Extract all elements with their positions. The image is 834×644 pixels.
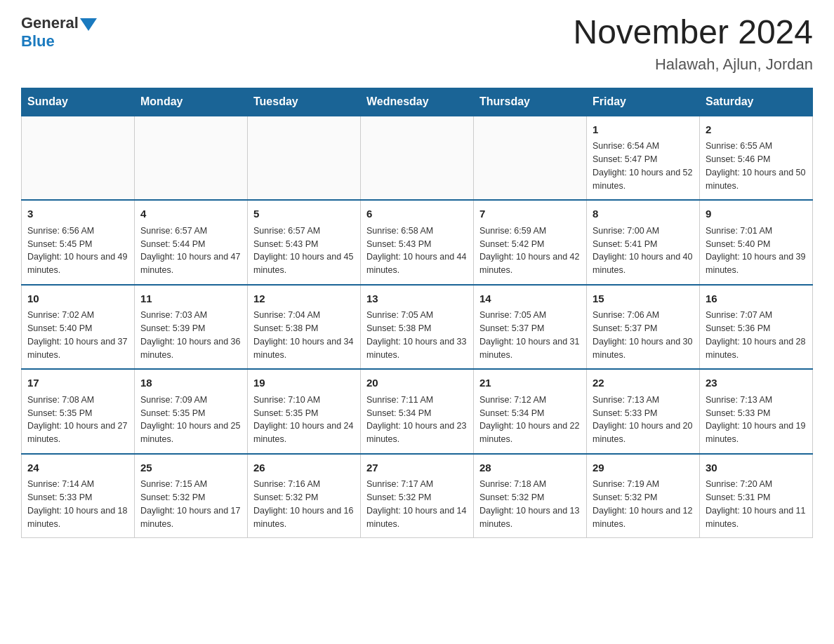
- location-subtitle: Halawah, Ajlun, Jordan: [573, 55, 813, 74]
- day-info: Sunrise: 7:12 AMSunset: 5:34 PMDaylight:…: [479, 394, 581, 446]
- day-number: 15: [593, 291, 694, 307]
- day-info: Sunrise: 7:14 AMSunset: 5:33 PMDaylight:…: [27, 478, 128, 530]
- calendar-week-row: 24Sunrise: 7:14 AMSunset: 5:33 PMDayligh…: [22, 454, 813, 538]
- calendar-cell: 1Sunrise: 6:54 AMSunset: 5:47 PMDaylight…: [587, 116, 700, 201]
- logo-general-line: General: [21, 14, 97, 32]
- day-number: 27: [366, 460, 468, 476]
- day-number: 9: [706, 206, 807, 222]
- calendar-cell: 30Sunrise: 7:20 AMSunset: 5:31 PMDayligh…: [700, 454, 813, 538]
- day-info: Sunrise: 7:20 AMSunset: 5:31 PMDaylight:…: [706, 478, 807, 530]
- day-number: 13: [366, 291, 468, 307]
- day-number: 25: [140, 460, 241, 476]
- day-number: 22: [593, 375, 694, 391]
- title-block: November 2024 Halawah, Ajlun, Jordan: [573, 14, 813, 74]
- logo-arrow-icon: [80, 18, 97, 31]
- calendar-cell: 12Sunrise: 7:04 AMSunset: 5:38 PMDayligh…: [248, 285, 361, 370]
- day-info: Sunrise: 7:00 AMSunset: 5:41 PMDaylight:…: [593, 224, 694, 277]
- day-number: 17: [27, 375, 128, 391]
- day-number: 23: [706, 375, 807, 391]
- calendar-cell: 14Sunrise: 7:05 AMSunset: 5:37 PMDayligh…: [474, 285, 587, 370]
- calendar-cell: [248, 116, 361, 201]
- day-info: Sunrise: 7:04 AMSunset: 5:38 PMDaylight:…: [253, 309, 355, 361]
- calendar-day-header: Thursday: [474, 88, 587, 116]
- day-info: Sunrise: 6:56 AMSunset: 5:45 PMDaylight:…: [27, 224, 128, 277]
- day-info: Sunrise: 6:57 AMSunset: 5:43 PMDaylight:…: [253, 224, 355, 277]
- logo-blue-text: Blue: [21, 32, 97, 51]
- day-info: Sunrise: 7:03 AMSunset: 5:39 PMDaylight:…: [140, 309, 241, 361]
- calendar-cell: 3Sunrise: 6:56 AMSunset: 5:45 PMDaylight…: [22, 200, 135, 285]
- day-number: 11: [140, 291, 241, 307]
- day-number: 6: [366, 206, 468, 222]
- calendar-cell: 17Sunrise: 7:08 AMSunset: 5:35 PMDayligh…: [22, 369, 135, 454]
- day-number: 7: [479, 206, 581, 222]
- calendar-cell: 13Sunrise: 7:05 AMSunset: 5:38 PMDayligh…: [361, 285, 474, 370]
- day-info: Sunrise: 7:17 AMSunset: 5:32 PMDaylight:…: [366, 478, 468, 530]
- day-number: 30: [706, 460, 807, 476]
- calendar-cell: 26Sunrise: 7:16 AMSunset: 5:32 PMDayligh…: [248, 454, 361, 538]
- calendar-cell: 2Sunrise: 6:55 AMSunset: 5:46 PMDaylight…: [700, 116, 813, 201]
- day-number: 2: [706, 122, 807, 138]
- day-info: Sunrise: 7:15 AMSunset: 5:32 PMDaylight:…: [140, 478, 241, 530]
- day-info: Sunrise: 7:05 AMSunset: 5:38 PMDaylight:…: [366, 309, 468, 361]
- day-info: Sunrise: 6:59 AMSunset: 5:42 PMDaylight:…: [479, 224, 581, 277]
- day-number: 28: [479, 460, 581, 476]
- calendar-cell: 9Sunrise: 7:01 AMSunset: 5:40 PMDaylight…: [700, 200, 813, 285]
- day-number: 16: [706, 291, 807, 307]
- calendar-cell: 29Sunrise: 7:19 AMSunset: 5:32 PMDayligh…: [587, 454, 700, 538]
- calendar-cell: [135, 116, 248, 201]
- calendar-day-header: Monday: [135, 88, 248, 116]
- calendar-cell: 21Sunrise: 7:12 AMSunset: 5:34 PMDayligh…: [474, 369, 587, 454]
- calendar-cell: [22, 116, 135, 201]
- day-number: 1: [593, 122, 694, 138]
- day-info: Sunrise: 7:07 AMSunset: 5:36 PMDaylight:…: [706, 309, 807, 361]
- day-number: 20: [366, 375, 468, 391]
- day-info: Sunrise: 7:01 AMSunset: 5:40 PMDaylight:…: [706, 224, 807, 277]
- day-info: Sunrise: 7:16 AMSunset: 5:32 PMDaylight:…: [253, 478, 355, 530]
- calendar-day-header: Saturday: [700, 88, 813, 116]
- day-number: 29: [593, 460, 694, 476]
- day-info: Sunrise: 7:18 AMSunset: 5:32 PMDaylight:…: [479, 478, 581, 530]
- calendar-day-header: Sunday: [22, 88, 135, 116]
- day-info: Sunrise: 7:05 AMSunset: 5:37 PMDaylight:…: [479, 309, 581, 361]
- calendar-cell: 25Sunrise: 7:15 AMSunset: 5:32 PMDayligh…: [135, 454, 248, 538]
- calendar-cell: 27Sunrise: 7:17 AMSunset: 5:32 PMDayligh…: [361, 454, 474, 538]
- day-info: Sunrise: 6:55 AMSunset: 5:46 PMDaylight:…: [706, 140, 807, 192]
- calendar-cell: 20Sunrise: 7:11 AMSunset: 5:34 PMDayligh…: [361, 369, 474, 454]
- day-number: 8: [593, 206, 694, 222]
- calendar-cell: 8Sunrise: 7:00 AMSunset: 5:41 PMDaylight…: [587, 200, 700, 285]
- day-number: 14: [479, 291, 581, 307]
- day-info: Sunrise: 7:06 AMSunset: 5:37 PMDaylight:…: [593, 309, 694, 361]
- calendar-cell: 10Sunrise: 7:02 AMSunset: 5:40 PMDayligh…: [22, 285, 135, 370]
- calendar-cell: 7Sunrise: 6:59 AMSunset: 5:42 PMDaylight…: [474, 200, 587, 285]
- day-info: Sunrise: 7:19 AMSunset: 5:32 PMDaylight:…: [593, 478, 694, 530]
- day-info: Sunrise: 6:58 AMSunset: 5:43 PMDaylight:…: [366, 224, 468, 277]
- calendar-cell: 19Sunrise: 7:10 AMSunset: 5:35 PMDayligh…: [248, 369, 361, 454]
- calendar-week-row: 3Sunrise: 6:56 AMSunset: 5:45 PMDaylight…: [22, 200, 813, 285]
- calendar-day-header: Wednesday: [361, 88, 474, 116]
- calendar-cell: 28Sunrise: 7:18 AMSunset: 5:32 PMDayligh…: [474, 454, 587, 538]
- calendar-header-row: SundayMondayTuesdayWednesdayThursdayFrid…: [22, 88, 813, 116]
- day-info: Sunrise: 6:57 AMSunset: 5:44 PMDaylight:…: [140, 224, 241, 277]
- day-info: Sunrise: 6:54 AMSunset: 5:47 PMDaylight:…: [593, 140, 694, 192]
- day-info: Sunrise: 7:02 AMSunset: 5:40 PMDaylight:…: [27, 309, 128, 361]
- day-number: 26: [253, 460, 355, 476]
- calendar-cell: 18Sunrise: 7:09 AMSunset: 5:35 PMDayligh…: [135, 369, 248, 454]
- calendar-cell: 16Sunrise: 7:07 AMSunset: 5:36 PMDayligh…: [700, 285, 813, 370]
- logo-general-text: General: [21, 14, 79, 32]
- calendar-cell: 11Sunrise: 7:03 AMSunset: 5:39 PMDayligh…: [135, 285, 248, 370]
- day-number: 5: [253, 206, 355, 222]
- day-number: 21: [479, 375, 581, 391]
- calendar-day-header: Tuesday: [248, 88, 361, 116]
- day-info: Sunrise: 7:13 AMSunset: 5:33 PMDaylight:…: [593, 394, 694, 446]
- calendar-week-row: 17Sunrise: 7:08 AMSunset: 5:35 PMDayligh…: [22, 369, 813, 454]
- calendar-cell: 4Sunrise: 6:57 AMSunset: 5:44 PMDaylight…: [135, 200, 248, 285]
- page-header: General Blue November 2024 Halawah, Ajlu…: [21, 14, 813, 74]
- day-number: 19: [253, 375, 355, 391]
- calendar-cell: [361, 116, 474, 201]
- calendar-week-row: 1Sunrise: 6:54 AMSunset: 5:47 PMDaylight…: [22, 116, 813, 201]
- day-number: 12: [253, 291, 355, 307]
- day-number: 24: [27, 460, 128, 476]
- calendar-cell: 6Sunrise: 6:58 AMSunset: 5:43 PMDaylight…: [361, 200, 474, 285]
- month-year-title: November 2024: [573, 14, 813, 51]
- calendar-cell: [474, 116, 587, 201]
